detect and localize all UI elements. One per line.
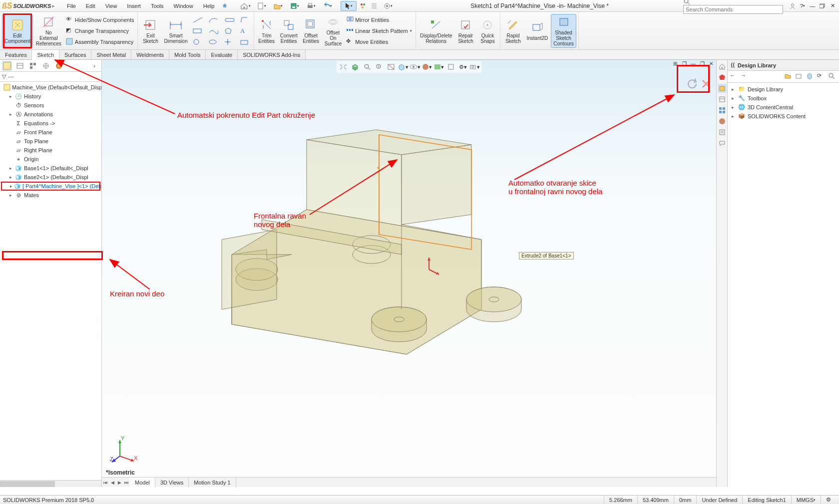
tp-resources-icon[interactable] bbox=[718, 73, 727, 82]
qat-print-icon[interactable]: ▾ bbox=[303, 1, 319, 11]
pin-icon[interactable]: ⟨⟨ bbox=[731, 62, 735, 68]
fm-tab-expand-icon[interactable]: › bbox=[89, 61, 99, 71]
qat-list-icon[interactable] bbox=[369, 1, 380, 11]
cm-tab-surfaces[interactable]: Surfaces bbox=[59, 50, 91, 59]
bottom-tab-model[interactable]: Model bbox=[130, 478, 155, 488]
convert-entities-button[interactable]: Convert Entities bbox=[278, 14, 300, 48]
qat-home-icon[interactable]: ▾ bbox=[237, 1, 253, 11]
dl-refresh-icon[interactable]: ⟳ bbox=[817, 72, 826, 81]
doc-close-button[interactable]: ✕ bbox=[707, 60, 715, 67]
hud-settings-icon[interactable]: ⚙▾ bbox=[457, 62, 468, 72]
plane-tool-button[interactable] bbox=[239, 37, 252, 47]
status-gear-icon[interactable]: ⚙ bbox=[821, 496, 836, 504]
text-tool-button[interactable]: A bbox=[239, 26, 252, 36]
fm-tab-property-icon[interactable] bbox=[15, 61, 25, 71]
shaded-sketch-contours-button[interactable]: Shaded Sketch Contours bbox=[551, 14, 576, 48]
dl-find-icon[interactable] bbox=[828, 72, 837, 81]
tp-file-explorer-icon[interactable] bbox=[718, 95, 727, 104]
cm-tab-evaluate[interactable]: Evaluate bbox=[206, 50, 238, 59]
menu-view[interactable]: View bbox=[100, 0, 122, 11]
hud-zoom-fit-icon[interactable] bbox=[338, 62, 349, 72]
linear-pattern-button[interactable]: Linear Sketch Pattern▾ bbox=[345, 26, 414, 36]
bottom-tab-motion-study-1[interactable]: Motion Study 1 bbox=[189, 478, 236, 488]
cm-tab-sketch[interactable]: Sketch bbox=[32, 50, 59, 60]
assembly-transparency-button[interactable]: Assembly Transparency bbox=[64, 37, 136, 47]
rect-tool-button[interactable] bbox=[191, 26, 206, 36]
tp-custom-props-icon[interactable] bbox=[718, 128, 727, 137]
display-delete-relations-button[interactable]: Display/Delete Relations bbox=[418, 14, 454, 48]
hud-appearance-icon[interactable]: ▾ bbox=[421, 62, 432, 72]
search-input[interactable] bbox=[686, 6, 781, 12]
point-tool-button[interactable] bbox=[223, 37, 238, 47]
bottom-tab-3d-views[interactable]: 3D Views bbox=[155, 478, 189, 488]
dl-node[interactable]: ▸📁Design Library bbox=[730, 85, 837, 94]
repair-sketch-button[interactable]: Repair Sketch bbox=[455, 14, 476, 48]
dl-new-icon[interactable] bbox=[795, 72, 804, 81]
tree-node[interactable]: ▸🕑History bbox=[0, 92, 101, 101]
minimize-button[interactable]: — bbox=[808, 2, 817, 10]
menu-window[interactable]: Window bbox=[169, 0, 198, 11]
move-entities-button[interactable]: ✥Move Entities bbox=[345, 37, 414, 47]
hud-scene-icon[interactable]: ▾ bbox=[433, 62, 444, 72]
menu-insert[interactable]: Insert bbox=[122, 0, 146, 11]
fm-tab-config-icon[interactable] bbox=[28, 61, 38, 71]
qat-new-icon[interactable]: ▾ bbox=[254, 1, 270, 11]
dl-fwd-icon[interactable]: → bbox=[741, 72, 750, 81]
qat-select-icon[interactable]: ▾ bbox=[341, 1, 357, 11]
arc-tool-button[interactable] bbox=[207, 15, 222, 25]
tp-home-icon[interactable] bbox=[718, 62, 727, 71]
menu-edit[interactable]: Edit bbox=[81, 0, 100, 11]
tree-node[interactable]: ▸🧊[ Part4^Machine_Vise ]<1> (Default bbox=[1, 182, 100, 191]
cm-tab-features[interactable]: Features bbox=[0, 50, 32, 59]
offset-entities-button[interactable]: Offset Entities bbox=[301, 14, 322, 48]
change-transparency-button[interactable]: ◩Change Transparency bbox=[64, 26, 136, 36]
close-button[interactable]: ✕ bbox=[828, 2, 837, 10]
instant2d-button[interactable]: Instant2D bbox=[524, 14, 550, 48]
cm-tab-solidworks-add-ins[interactable]: SOLIDWORKS Add-Ins bbox=[238, 50, 306, 59]
cm-tab-weldments[interactable]: Weldments bbox=[131, 50, 169, 59]
hud-hide-show-icon[interactable]: ▾ bbox=[410, 62, 420, 72]
doc-cascade-icon[interactable]: ❐ bbox=[680, 60, 688, 67]
tree-node[interactable]: ΣEquations -> bbox=[0, 119, 101, 128]
smart-dimension-button[interactable]: Smart Dimension bbox=[162, 14, 189, 48]
trim-entities-button[interactable]: Trim Entities bbox=[256, 14, 277, 48]
tree-node[interactable]: ▱Right Plane bbox=[0, 146, 101, 155]
edit-component-button[interactable]: Edit Component bbox=[2, 14, 33, 48]
mirror-entities-button[interactable]: Mirror Entities bbox=[345, 15, 414, 25]
tp-view-palette-icon[interactable] bbox=[718, 106, 727, 115]
menu-star-icon[interactable] bbox=[219, 1, 230, 11]
search-commands-box[interactable] bbox=[683, 5, 783, 14]
tree-node[interactable]: ⏱Sensors bbox=[0, 101, 101, 110]
graphics-viewport[interactable]: ⊞ ❐ — ❐ ✕ ▾ ▾ ▾ ▾ ⚙▾ ▾ bbox=[102, 60, 716, 487]
hud-display-style-icon[interactable]: ▾ bbox=[398, 62, 409, 72]
hud-camera-icon[interactable]: ▾ bbox=[469, 62, 480, 72]
btab-next-icon[interactable]: ▶ bbox=[116, 478, 123, 488]
doc-minimize-button[interactable]: — bbox=[689, 60, 697, 67]
tree-node[interactable]: ⌖Origin bbox=[0, 155, 101, 164]
slot-tool-button[interactable] bbox=[223, 15, 238, 25]
fm-filter-row[interactable]: ▽••• bbox=[0, 72, 101, 82]
confirm-rotate-icon[interactable] bbox=[686, 78, 698, 90]
qat-undo-icon[interactable]: ▾ bbox=[320, 1, 336, 11]
hud-section-icon[interactable] bbox=[386, 62, 397, 72]
tp-appearances-icon[interactable] bbox=[718, 117, 727, 126]
doc-tile-icon[interactable]: ⊞ bbox=[671, 60, 679, 67]
status-units[interactable]: MMGS ▾ bbox=[791, 496, 821, 504]
dl-node[interactable]: ▸🌐3D ContentCentral bbox=[730, 103, 837, 112]
ellipse-tool-button[interactable] bbox=[207, 37, 222, 47]
tp-design-library-icon[interactable] bbox=[718, 84, 727, 93]
spline-tool-button[interactable] bbox=[207, 26, 222, 36]
tree-node[interactable]: ▸ⒶAnnotations bbox=[0, 110, 101, 119]
doc-restore-button[interactable]: ❐ bbox=[698, 60, 706, 67]
dl-part-icon[interactable] bbox=[806, 72, 815, 81]
circle-tool-button[interactable] bbox=[191, 37, 206, 47]
no-external-refs-button[interactable]: No External References bbox=[34, 14, 63, 48]
fm-tab-dimxpert-icon[interactable] bbox=[41, 61, 51, 71]
tp-forum-icon[interactable] bbox=[718, 139, 727, 148]
hide-show-components-button[interactable]: 👁Hide/Show Components bbox=[64, 15, 136, 25]
qat-open-icon[interactable]: ▾ bbox=[270, 1, 286, 11]
btab-first-icon[interactable]: ⏮ bbox=[102, 478, 109, 488]
dl-node[interactable]: ▸🔧Toolbox bbox=[730, 94, 837, 103]
confirm-cancel-icon[interactable] bbox=[701, 79, 711, 89]
qat-save-icon[interactable]: ▾ bbox=[287, 1, 303, 11]
